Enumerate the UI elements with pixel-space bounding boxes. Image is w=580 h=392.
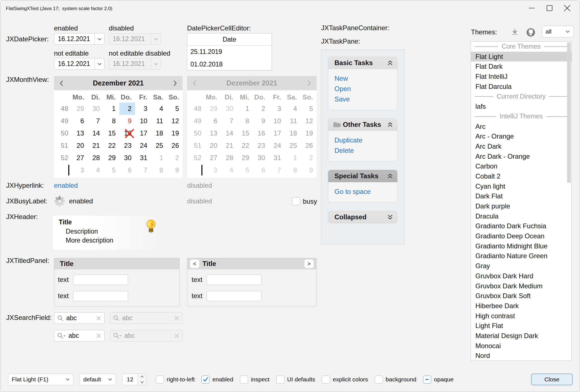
scrollbar-thumb[interactable]: [567, 42, 571, 183]
calendar-day[interactable]: 1: [103, 103, 119, 115]
calendar-day[interactable]: 5: [103, 164, 119, 176]
themes-filter-combo[interactable]: all: [542, 26, 574, 37]
taskpane-link[interactable]: Duplicate: [334, 135, 391, 145]
taskpane-link[interactable]: Save: [334, 94, 391, 104]
table-header-date[interactable]: Date: [187, 34, 272, 46]
theme-list-item[interactable]: High contrast: [471, 311, 571, 321]
calendar-day[interactable]: 10: [135, 115, 151, 127]
checkbox-right-to-left[interactable]: right-to-left: [156, 376, 195, 384]
calendar-day[interactable]: 27: [72, 152, 88, 164]
theme-list-item[interactable]: Arc: [471, 122, 571, 132]
hyperlink-enabled[interactable]: enabled: [54, 182, 78, 189]
text-input[interactable]: [73, 291, 128, 301]
calendar-day[interactable]: 30: [88, 103, 104, 115]
checkbox-box[interactable]: [156, 376, 164, 384]
chevron-right-icon[interactable]: [173, 80, 177, 86]
theme-list-item[interactable]: Cobalt 2: [471, 171, 571, 181]
calendar-day[interactable]: 15: [103, 127, 119, 139]
theme-list-item[interactable]: lafs: [471, 101, 571, 111]
taskpane-link[interactable]: Go to space: [334, 186, 391, 197]
table-row[interactable]: 25.11.2019: [187, 46, 272, 58]
theme-list-item[interactable]: Dark purple: [471, 201, 571, 211]
datepicker-not-editable[interactable]: 16.12.2021: [54, 58, 105, 70]
calendar-day[interactable]: 4: [151, 103, 167, 115]
theme-list-item[interactable]: Flat IntelliJ: [471, 72, 571, 82]
theme-list-item[interactable]: Gruvbox Dark Soft: [471, 291, 571, 301]
calendar-day[interactable]: 26: [167, 139, 183, 152]
theme-list-item[interactable]: Light Flat: [471, 321, 571, 331]
calendar-day[interactable]: 6: [72, 115, 88, 127]
taskpane-link[interactable]: New: [334, 73, 391, 84]
calendar-day[interactable]: 24: [135, 139, 151, 152]
chevron-down-icon[interactable]: [95, 58, 104, 69]
github-icon[interactable]: [526, 28, 536, 38]
calendar-day[interactable]: 31: [135, 152, 151, 164]
checkbox-enabled[interactable]: enabled: [201, 376, 233, 384]
search-field-enabled[interactable]: abc: [54, 312, 105, 324]
calendar-day[interactable]: 29: [103, 152, 119, 164]
font-size-spinner[interactable]: 12: [122, 374, 146, 385]
calendar-day[interactable]: 1: [151, 152, 167, 164]
title-left-button[interactable]: <: [190, 259, 199, 268]
theme-list-item[interactable]: Gradianto Deep Ocean: [471, 231, 571, 241]
checkbox-box[interactable]: [322, 376, 330, 384]
calendar-day[interactable]: 22: [103, 139, 119, 152]
clear-icon[interactable]: [96, 315, 102, 321]
calendar-day[interactable]: 2: [167, 152, 183, 164]
checkbox-box[interactable]: [276, 376, 284, 384]
theme-list-item[interactable]: Material Design Dark: [471, 331, 571, 341]
calendar-day[interactable]: 19: [167, 127, 183, 139]
maximize-button[interactable]: [541, 0, 558, 16]
celleditor-table[interactable]: Date 25.11.201901.02.2018: [187, 33, 272, 70]
chevron-down-icon[interactable]: [95, 34, 104, 44]
checkbox-background[interactable]: background: [375, 376, 416, 384]
theme-list-item[interactable]: Flat Darcula: [471, 82, 571, 92]
theme-list-item[interactable]: Gray: [471, 261, 571, 271]
taskpane-header[interactable]: Other Tasks: [328, 118, 397, 131]
theme-list-item[interactable]: Arc - Orange: [471, 131, 571, 141]
checkbox-explicit-colors[interactable]: explicit colors: [322, 376, 368, 384]
checkbox-box[interactable]: [292, 197, 300, 205]
checkbox-box[interactable]: [240, 376, 248, 384]
busy-checkbox[interactable]: busy: [292, 197, 317, 205]
calendar-day[interactable]: 14: [88, 127, 104, 139]
calendar-day[interactable]: 11: [151, 115, 167, 127]
chevron-left-icon[interactable]: [60, 80, 63, 86]
theme-list-item[interactable]: Gradianto Dark Fuchsia: [471, 221, 571, 231]
calendar-day[interactable]: 8: [151, 164, 167, 176]
monthview-enabled[interactable]: Dezember 2021 Mo.Di.Mi.Do.Fr.Sa.So.48293…: [54, 76, 183, 178]
theme-list-item[interactable]: Gradianto Midnight Blue: [471, 241, 571, 251]
calendar-day[interactable]: 6: [119, 164, 135, 176]
theme-list-item[interactable]: Monocai: [471, 341, 571, 351]
calendar-day[interactable]: 3: [72, 164, 88, 176]
theme-list-item[interactable]: Nord: [471, 351, 571, 361]
title-right-button[interactable]: >: [304, 259, 314, 268]
calendar-day[interactable]: 21: [88, 139, 104, 152]
calendar-day[interactable]: 2: [119, 103, 135, 115]
theme-list-item[interactable]: Dark Flat: [471, 191, 571, 201]
theme-list-item[interactable]: Gruvbox Dark Medium: [471, 281, 571, 291]
theme-list-item[interactable]: Flat Dark: [471, 61, 571, 72]
scrollbar-track[interactable]: [567, 42, 571, 360]
theme-list-item[interactable]: Flat Light: [471, 52, 571, 62]
checkbox-inspect[interactable]: inspect: [240, 376, 270, 384]
close-button[interactable]: Close: [531, 374, 573, 385]
style-combo[interactable]: default: [80, 374, 116, 385]
calendar-day[interactable]: 16: [119, 127, 135, 139]
calendar-day[interactable]: 23: [119, 139, 135, 152]
spinner-down-icon[interactable]: [138, 379, 146, 385]
taskpane-link[interactable]: Open: [334, 84, 391, 94]
theme-list-item[interactable]: Arc Dark: [471, 141, 571, 151]
calendar-day[interactable]: 4: [88, 164, 104, 176]
calendar-day[interactable]: 20: [72, 139, 88, 152]
calendar-day[interactable]: 13: [72, 127, 88, 139]
theme-list-item[interactable]: Arc Dark - Orange: [471, 151, 571, 161]
text-input[interactable]: [207, 291, 261, 301]
calendar-day[interactable]: 9: [167, 164, 183, 176]
checkbox-box[interactable]: [375, 376, 383, 384]
calendar-day[interactable]: 8: [103, 115, 119, 127]
checkbox-box[interactable]: [201, 376, 209, 384]
datepicker-enabled[interactable]: 16.12.2021: [54, 33, 105, 45]
calendar-day[interactable]: 3: [135, 103, 151, 115]
calendar-day[interactable]: 25: [151, 139, 167, 152]
